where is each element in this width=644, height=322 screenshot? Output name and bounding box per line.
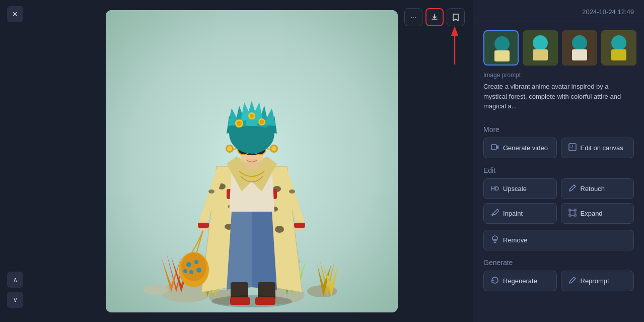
bookmark-icon	[452, 13, 460, 21]
edit-on-canvas-button[interactable]: Edit on canvas	[561, 138, 634, 158]
svg-point-57	[250, 114, 254, 118]
expand-icon	[568, 209, 577, 218]
main-image	[106, 10, 398, 312]
inpaint-label: Inpaint	[503, 210, 523, 217]
bookmark-button[interactable]	[447, 8, 465, 26]
generate-actions-grid: Regenerate Reprompt	[473, 271, 644, 293]
more-section-header: More	[473, 119, 644, 138]
inpaint-button[interactable]: Inpaint	[483, 203, 557, 224]
svg-point-13	[275, 226, 284, 233]
main-image-area: ···	[30, 0, 473, 322]
nav-group: ∧ ∨	[7, 272, 23, 308]
remove-label: Remove	[503, 236, 527, 244]
generate-video-label: Generate video	[503, 144, 548, 152]
svg-point-61	[271, 146, 276, 151]
thumbnail-3[interactable]	[562, 30, 597, 66]
upscale-button[interactable]: HD Upscale	[483, 178, 557, 199]
left-sidebar: ✕ ∧ ∨	[0, 0, 30, 322]
svg-point-26	[181, 253, 206, 281]
thumb-svg-1	[484, 31, 519, 66]
generate-section-header: Generate	[473, 252, 644, 271]
thumbnail-1[interactable]	[483, 30, 519, 66]
remove-button[interactable]: Remove	[483, 230, 634, 250]
nav-down-button[interactable]: ∨	[7, 292, 23, 308]
svg-rect-71	[494, 50, 510, 61]
regenerate-button[interactable]: Regenerate	[483, 271, 557, 291]
svg-point-68	[211, 295, 292, 307]
download-icon	[431, 13, 439, 21]
svg-point-59	[227, 146, 232, 151]
svg-point-20	[289, 189, 295, 194]
svg-point-29	[189, 270, 193, 274]
prompt-label: Image prompt	[473, 72, 644, 82]
remove-icon	[491, 235, 499, 245]
arrow-annotation	[445, 26, 465, 67]
timestamp: 2024-10-24 12:49	[582, 8, 634, 16]
svg-point-83	[492, 214, 493, 216]
thumb-svg-4	[601, 30, 636, 66]
reprompt-label: Reprompt	[581, 277, 609, 285]
edit-canvas-icon	[568, 143, 577, 153]
thumbnail-2[interactable]	[523, 30, 558, 66]
svg-point-53	[237, 121, 242, 126]
more-options-button[interactable]: ···	[404, 8, 422, 26]
character-svg	[106, 10, 398, 312]
edit-on-canvas-label: Edit on canvas	[581, 144, 623, 152]
thumb-svg-2	[523, 30, 558, 66]
nav-up-button[interactable]: ∧	[7, 272, 23, 288]
more-actions-grid: Generate video Edit on canvas	[473, 138, 644, 160]
svg-point-55	[259, 119, 264, 124]
svg-point-30	[196, 268, 201, 273]
svg-point-76	[572, 35, 587, 50]
retouch-icon	[568, 184, 577, 194]
anime-character-illustration	[106, 10, 398, 312]
upscale-label: Upscale	[503, 185, 527, 192]
svg-rect-77	[572, 49, 587, 60]
upscale-icon: HD	[491, 185, 499, 191]
panel-header: 2024-10-24 12:49	[473, 0, 644, 22]
svg-point-19	[208, 189, 214, 194]
edit-section-header: Edit	[473, 160, 644, 178]
svg-rect-67	[294, 223, 305, 228]
svg-point-7	[144, 285, 169, 295]
svg-rect-81	[491, 145, 496, 150]
svg-rect-66	[198, 223, 209, 228]
svg-point-31	[183, 269, 187, 273]
reprompt-icon	[568, 276, 577, 286]
inpaint-icon	[491, 209, 499, 218]
svg-point-28	[194, 260, 198, 264]
svg-rect-82	[569, 144, 576, 151]
edit-actions-grid: HD Upscale Retouch Inpaint	[473, 178, 644, 226]
retouch-button[interactable]: Retouch	[561, 178, 634, 199]
svg-point-73	[533, 35, 548, 50]
regenerate-label: Regenerate	[503, 277, 537, 285]
generate-video-button[interactable]: Generate video	[483, 138, 557, 158]
generate-video-icon	[491, 143, 499, 153]
svg-point-70	[494, 36, 510, 51]
svg-point-27	[186, 262, 191, 267]
prompt-text: Create a vibrant anime avatar inspired b…	[473, 82, 644, 119]
svg-rect-84	[570, 210, 575, 215]
expand-button[interactable]: Expand	[561, 203, 634, 224]
close-button[interactable]: ✕	[7, 6, 23, 22]
reprompt-button[interactable]: Reprompt	[561, 271, 634, 291]
retouch-label: Retouch	[581, 185, 605, 192]
svg-point-79	[611, 35, 626, 50]
thumbnail-4[interactable]	[601, 30, 636, 66]
expand-label: Expand	[581, 210, 603, 217]
image-toolbar: ···	[404, 8, 465, 26]
svg-rect-80	[611, 49, 626, 60]
download-button[interactable]	[425, 8, 444, 26]
right-panel: 2024-10-24 12:49	[473, 0, 644, 322]
regenerate-icon	[491, 276, 499, 286]
thumbnail-strip	[473, 22, 644, 72]
svg-rect-74	[533, 49, 548, 60]
thumb-svg-3	[562, 30, 597, 66]
